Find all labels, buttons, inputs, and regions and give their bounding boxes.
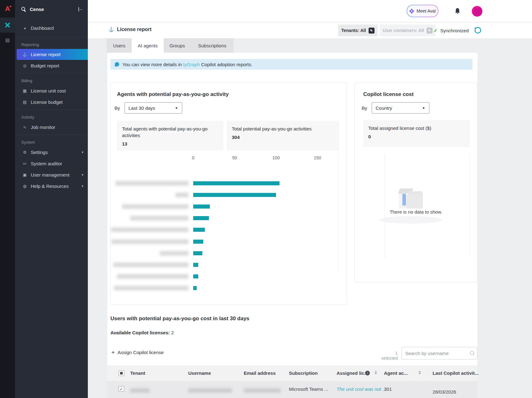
sidebar-item-label: Job monitor <box>31 125 83 130</box>
sidebar-item-label: Help & Resources <box>31 183 82 189</box>
sidebar-section: ◕Dashboard <box>15 18 88 37</box>
page-title: ⚓ License report <box>108 27 152 32</box>
column-last-copilot-activity[interactable]: Last Copilot activit... <box>433 370 479 376</box>
tab-ai-agents[interactable]: AI agents <box>132 38 164 53</box>
sidebar-item-budget-report[interactable]: ◎Budget report <box>15 60 88 71</box>
redacted-tenant <box>130 388 150 393</box>
bar-agent-10 <box>193 286 197 290</box>
tab-groups[interactable]: Groups <box>164 38 191 53</box>
sidebar-section-label: Reporting <box>15 39 88 49</box>
dimension-select[interactable]: Country ▼ <box>372 102 429 114</box>
redacted-category-label <box>115 181 189 186</box>
table-row[interactable]: ✓ Microsoft Teams ... The unit cost was … <box>107 381 477 398</box>
sidebar-item-job-monitor[interactable]: ∿Job monitor <box>15 121 88 133</box>
column-username[interactable]: Username <box>188 370 211 376</box>
app-logo[interactable]: A <box>0 0 15 18</box>
column-email[interactable]: Email address <box>244 370 276 376</box>
tab-panel: You can view more details in tyGraph Cop… <box>107 53 477 398</box>
sidebar-item-license-report[interactable]: ⚓License report <box>17 49 88 60</box>
sidebar-item-label: Budget report <box>31 63 83 68</box>
row-checkbox[interactable]: ✓ <box>119 386 124 392</box>
logo-a-icon: A <box>5 5 10 12</box>
redacted-category-label <box>175 193 189 197</box>
table-header: Tenant Username Email address Subscripti… <box>107 365 477 381</box>
column-subscription[interactable]: Subscription <box>289 370 318 376</box>
users-section-title: Users with potential pay-as-you-go cost … <box>110 316 249 322</box>
redacted-email <box>244 388 281 393</box>
chevron-down-icon: ▾ <box>82 173 83 177</box>
notifications-bell-icon[interactable] <box>454 8 461 16</box>
sidebar-item-label: Settings <box>31 150 82 155</box>
sidebar-collapse-icon[interactable]: ← <box>78 7 83 11</box>
redacted-category-label <box>130 216 189 220</box>
meet-ava-button[interactable]: Meet Ava! <box>407 5 439 17</box>
sidebar-item-license-unit-cost[interactable]: ▦License unit cost <box>15 85 88 96</box>
redacted-category-label <box>160 251 189 256</box>
info-icon[interactable]: i <box>365 371 370 375</box>
empty-chart-axis-right <box>469 154 470 257</box>
copilot-cost-card: Copilot license cost By Country ▼ Total … <box>354 82 477 282</box>
sidebar-item-dashboard[interactable]: ◕Dashboard <box>15 21 88 35</box>
sidebar-section: System⚙Settings▾≔System auditor▣User man… <box>15 135 88 194</box>
tab-users[interactable]: Users <box>107 38 132 53</box>
banner-text: You can view more details in tyGraph Cop… <box>122 62 253 67</box>
chart-gridline <box>338 154 339 273</box>
sidebar-item-settings[interactable]: ⚙Settings▾ <box>15 146 88 158</box>
sidebar-section-label: Activity <box>15 112 88 121</box>
topbar: Meet Ava! <box>88 0 532 22</box>
content-area: Users AI agents Groups Subscriptions You… <box>88 38 532 398</box>
column-agent-activities[interactable]: Agent ac... <box>384 370 408 376</box>
settings-icon: ⚙ <box>22 150 28 155</box>
tygraph-link[interactable]: tyGraph <box>183 62 200 67</box>
bar-agent-8 <box>193 263 198 267</box>
user-avatar[interactable] <box>472 6 482 17</box>
cell-assigned-license-link[interactable]: The unit cost was not ... <box>337 386 386 392</box>
page-header: ⚓ License report Tenants: All ✎ User con… <box>88 23 532 38</box>
column-tenant[interactable]: Tenant <box>130 370 145 376</box>
redacted-category-label <box>114 286 189 290</box>
rail-receipt-button[interactable]: ▤ <box>0 33 15 48</box>
meet-ava-label: Meet Ava! <box>417 8 436 13</box>
sort-assigned-license[interactable] <box>375 371 377 374</box>
redacted-category-label <box>113 263 189 267</box>
sort-agent-activities[interactable] <box>418 371 421 374</box>
app-rail: A ▤ <box>0 0 15 398</box>
tab-subscriptions[interactable]: Subscriptions <box>191 38 234 53</box>
search-container <box>402 347 477 359</box>
tools-icon <box>4 22 11 29</box>
bar-agent-3 <box>193 204 210 209</box>
sidebar-brand: Cense ← <box>15 0 88 18</box>
sidebar-item-license-budget[interactable]: ▤License budget <box>15 96 88 108</box>
sidebar-item-user-management[interactable]: ▣User management▾ <box>15 169 88 180</box>
cell-subscription: Microsoft Teams ... <box>289 386 328 392</box>
available-licenses-value: 2 <box>171 330 174 335</box>
rail-tools-button[interactable] <box>0 18 15 33</box>
redacted-category-label <box>111 227 189 232</box>
system-auditor-icon: ≔ <box>22 161 28 166</box>
bar-agent-5 <box>193 228 205 232</box>
sidebar-item-label: User management <box>31 172 82 178</box>
sidebar-item-label: System auditor <box>31 161 83 166</box>
bar-agent-4 <box>193 216 209 220</box>
tenants-filter-button[interactable]: Tenants: All ✎ <box>338 24 378 36</box>
sidebar-section: Billing▦License unit cost▤License budget <box>15 73 88 109</box>
search-icon <box>470 351 475 356</box>
search-input[interactable] <box>402 347 477 359</box>
refresh-icon[interactable] <box>474 27 481 35</box>
user-containers-filter-button[interactable]: User containers: All ✎ <box>380 24 436 36</box>
sidebar-section: Reporting⚓License report◎Budget report <box>15 37 88 73</box>
agents-bar-chart: 050100150 <box>111 83 347 305</box>
sidebar-item-help-resources[interactable]: ◍Help & Resources▾ <box>15 180 88 192</box>
bar-agent-2 <box>193 193 276 197</box>
sidebar-item-system-auditor[interactable]: ≔System auditor <box>15 158 88 169</box>
main-area: Meet Ava! ⚓ License report Tenants: All … <box>88 0 532 398</box>
sidebar-section: Activity∿Job monitor <box>15 109 88 135</box>
edit-pencil-icon-disabled: ✎ <box>427 28 433 34</box>
select-all-checkbox[interactable] <box>119 370 124 376</box>
assign-copilot-license-button[interactable]: + Assign Copilot license <box>111 349 164 355</box>
column-assigned-license[interactable]: Assigned lic... <box>337 370 368 376</box>
plus-icon: + <box>111 349 115 355</box>
job-monitor-icon: ∿ <box>22 125 28 130</box>
empty-box-shadow <box>379 216 442 224</box>
by-label: By <box>362 105 367 111</box>
